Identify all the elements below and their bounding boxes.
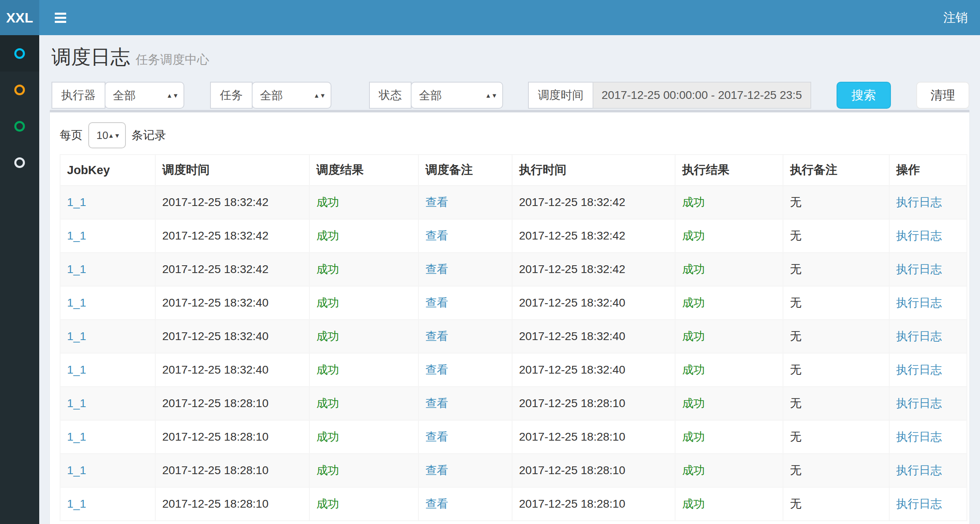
view-link[interactable]: 查看 (425, 464, 448, 477)
cell-jobkey: 1_1 (60, 253, 155, 286)
job-filter-group: 任务 全部 ▲▼ (210, 82, 331, 109)
search-button[interactable]: 搜索 (837, 82, 891, 109)
table-row: 1_1 2017-12-25 18:28:10 成功 查看 2017-12-25… (60, 420, 967, 454)
execution-log-link[interactable]: 执行日志 (896, 229, 942, 242)
cell-handle-time: 2017-12-25 18:32:42 (512, 253, 675, 286)
cell-trigger-result: 成功 (309, 320, 418, 353)
log-table: JobKey调度时间调度结果调度备注执行时间执行结果执行备注操作 1_1 201… (60, 154, 967, 521)
page-subtitle: 任务调度中心 (136, 52, 209, 68)
jobkey-link[interactable]: 1_1 (67, 263, 86, 275)
cell-trigger-msg: 查看 (418, 454, 512, 487)
jobkey-link[interactable]: 1_1 (67, 397, 86, 410)
execution-log-link[interactable]: 执行日志 (896, 263, 942, 275)
execution-log-link[interactable]: 执行日志 (896, 196, 942, 208)
sidebar-toggle-button[interactable] (47, 0, 74, 35)
view-link[interactable]: 查看 (425, 497, 448, 510)
cell-trigger-msg: 查看 (418, 286, 512, 320)
view-link[interactable]: 查看 (425, 196, 448, 208)
sidebar-item-3[interactable] (0, 108, 39, 144)
log-table-body: 1_1 2017-12-25 18:32:42 成功 查看 2017-12-25… (60, 186, 967, 521)
circle-green-icon (14, 121, 25, 132)
jobkey-link[interactable]: 1_1 (67, 464, 86, 477)
jobkey-link[interactable]: 1_1 (67, 330, 86, 343)
sidebar-item-1[interactable] (0, 35, 39, 72)
top-navbar: XXL 注销 (0, 0, 980, 35)
page-length-select[interactable]: 10 (88, 122, 126, 148)
table-row: 1_1 2017-12-25 18:32:40 成功 查看 2017-12-25… (60, 353, 967, 387)
cell-action: 执行日志 (889, 253, 967, 286)
cell-handle-result: 成功 (675, 387, 783, 420)
cell-trigger-result: 成功 (309, 286, 418, 320)
cell-action: 执行日志 (889, 420, 967, 454)
hamburger-icon (55, 21, 66, 23)
cell-jobkey: 1_1 (60, 186, 155, 219)
executor-filter-group: 执行器 全部 ▲▼ (51, 82, 184, 109)
jobkey-link[interactable]: 1_1 (67, 497, 86, 510)
cell-action: 执行日志 (889, 454, 967, 487)
jobkey-link[interactable]: 1_1 (67, 363, 86, 376)
status-filter-select[interactable]: 全部 (411, 82, 503, 109)
view-link[interactable]: 查看 (425, 296, 448, 309)
view-link[interactable]: 查看 (425, 363, 448, 376)
cell-trigger-result: 成功 (309, 487, 418, 521)
executor-filter-select[interactable]: 全部 (105, 82, 184, 109)
cell-handle-time: 2017-12-25 18:28:10 (512, 387, 675, 420)
execution-log-link[interactable]: 执行日志 (896, 397, 942, 410)
cell-handle-result: 成功 (675, 487, 783, 521)
execution-log-link[interactable]: 执行日志 (896, 497, 942, 510)
jobkey-link[interactable]: 1_1 (67, 296, 86, 309)
cell-handle-result: 成功 (675, 320, 783, 353)
jobkey-link[interactable]: 1_1 (67, 229, 86, 242)
jobkey-link[interactable]: 1_1 (67, 196, 86, 208)
page-length-control: 每页 10 ▲▼ 条记录 (60, 122, 960, 148)
cell-trigger-time: 2017-12-25 18:32:40 (155, 320, 309, 353)
cell-trigger-msg: 查看 (418, 186, 512, 219)
execution-log-link[interactable]: 执行日志 (896, 330, 942, 343)
table-row: 1_1 2017-12-25 18:32:40 成功 查看 2017-12-25… (60, 320, 967, 353)
execution-log-link[interactable]: 执行日志 (896, 430, 942, 443)
main-content: 调度日志 任务调度中心 执行器 全部 ▲▼ 任务 全部 ▲▼ 状态 (39, 35, 980, 524)
sidebar-item-4[interactable] (0, 144, 39, 181)
jobkey-link[interactable]: 1_1 (67, 430, 86, 443)
cell-trigger-result: 成功 (309, 219, 418, 253)
cell-trigger-time: 2017-12-25 18:32:40 (155, 353, 309, 387)
trigger-time-range-input[interactable] (593, 82, 811, 109)
execution-log-link[interactable]: 执行日志 (896, 363, 942, 376)
table-row: 1_1 2017-12-25 18:28:10 成功 查看 2017-12-25… (60, 387, 967, 420)
cell-trigger-time: 2017-12-25 18:32:42 (155, 253, 309, 286)
cell-handle-result: 成功 (675, 353, 783, 387)
cell-jobkey: 1_1 (60, 387, 155, 420)
trigger-time-label: 调度时间 (528, 82, 593, 109)
cell-handle-time: 2017-12-25 18:28:10 (512, 420, 675, 454)
execution-log-link[interactable]: 执行日志 (896, 464, 942, 477)
app-logo[interactable]: XXL (0, 0, 39, 35)
cell-trigger-result: 成功 (309, 253, 418, 286)
cell-handle-result: 成功 (675, 219, 783, 253)
logout-link[interactable]: 注销 (931, 0, 980, 35)
cell-trigger-msg: 查看 (418, 487, 512, 521)
view-link[interactable]: 查看 (425, 330, 448, 343)
view-link[interactable]: 查看 (425, 430, 448, 443)
cell-handle-time: 2017-12-25 18:28:10 (512, 454, 675, 487)
cell-trigger-time: 2017-12-25 18:32:42 (155, 219, 309, 253)
clear-button[interactable]: 清理 (916, 82, 969, 109)
column-header-6: 执行结果 (675, 155, 783, 186)
view-link[interactable]: 查看 (425, 397, 448, 410)
view-link[interactable]: 查看 (425, 229, 448, 242)
job-filter-select[interactable]: 全部 (252, 82, 331, 109)
cell-handle-time: 2017-12-25 18:32:40 (512, 320, 675, 353)
sidebar-item-2[interactable] (0, 72, 39, 108)
table-row: 1_1 2017-12-25 18:32:42 成功 查看 2017-12-25… (60, 253, 967, 286)
cell-handle-msg: 无 (783, 420, 889, 454)
hamburger-icon (55, 17, 66, 19)
circle-aqua-icon (14, 48, 25, 59)
view-link[interactable]: 查看 (425, 263, 448, 275)
cell-jobkey: 1_1 (60, 353, 155, 387)
log-table-header: JobKey调度时间调度结果调度备注执行时间执行结果执行备注操作 (60, 155, 967, 186)
cell-trigger-msg: 查看 (418, 253, 512, 286)
cell-handle-time: 2017-12-25 18:32:40 (512, 353, 675, 387)
execution-log-link[interactable]: 执行日志 (896, 296, 942, 309)
cell-handle-result: 成功 (675, 454, 783, 487)
column-header-8: 操作 (889, 155, 967, 186)
cell-handle-msg: 无 (783, 253, 889, 286)
